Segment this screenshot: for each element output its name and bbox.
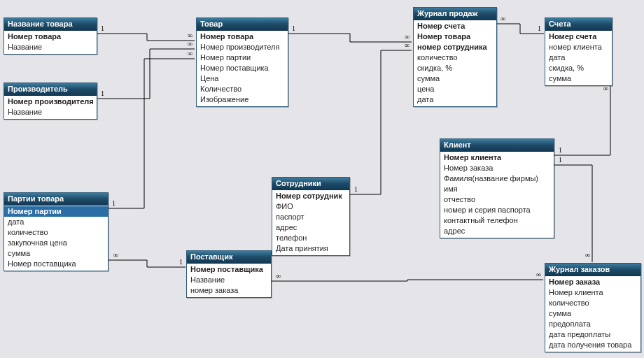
field-row[interactable]: Название: [4, 42, 97, 52]
field-row[interactable]: номер заказа: [187, 285, 271, 296]
svg-text:1: 1: [112, 199, 115, 207]
relation-product-sales_log: [288, 34, 412, 42]
relation-batches-product: [108, 59, 195, 208]
entity-title[interactable]: Журнал продаж: [414, 8, 496, 20]
field-row[interactable]: сумма: [4, 248, 108, 259]
field-row[interactable]: Фамиля(название фирмы): [440, 173, 554, 184]
field-row[interactable]: Название: [187, 275, 271, 285]
field-row[interactable]: сумма: [414, 73, 496, 84]
entity-supplier[interactable]: ПоставщикНомер поставщикаНазваниеномер з…: [186, 250, 272, 298]
field-row[interactable]: Количество: [197, 84, 288, 94]
field-row[interactable]: имя: [440, 184, 554, 194]
field-row[interactable]: цена: [414, 84, 496, 94]
svg-text:∞: ∞: [405, 41, 410, 49]
svg-text:1: 1: [101, 90, 104, 97]
entity-title[interactable]: Счета: [545, 18, 612, 31]
field-row[interactable]: количество: [4, 227, 108, 238]
entity-title[interactable]: Производитель: [4, 83, 97, 96]
field-row[interactable]: предоплата: [545, 319, 640, 329]
entity-body: Номер партиидатаколичествозакупочная цен…: [4, 206, 108, 271]
relation-product_name-product: [97, 34, 195, 41]
field-row[interactable]: дата предоплаты: [545, 329, 640, 340]
svg-text:∞: ∞: [188, 31, 192, 39]
field-row[interactable]: дата: [545, 52, 612, 63]
field-row[interactable]: дата: [4, 217, 108, 227]
svg-text:∞: ∞: [188, 50, 192, 57]
field-row[interactable]: Номер клиента: [545, 287, 640, 298]
field-row[interactable]: паспорт: [272, 212, 349, 222]
svg-text:1: 1: [292, 24, 295, 32]
field-row[interactable]: контактный телефон: [440, 215, 554, 226]
entity-title[interactable]: Сотрудники: [272, 178, 349, 190]
field-row[interactable]: телефон: [272, 233, 349, 243]
field-row[interactable]: скидка, %: [414, 63, 496, 73]
entity-title[interactable]: Поставщик: [187, 251, 271, 264]
field-row[interactable]: ФИО: [272, 201, 349, 212]
entity-product[interactable]: ТоварНомер товараНомер производителяНоме…: [196, 17, 288, 107]
field-row[interactable]: номер клиента: [545, 42, 612, 52]
field-row[interactable]: закупочная цена: [4, 238, 108, 248]
entity-body: Номер заказаНомер клиентаколичествосумма…: [545, 276, 640, 352]
entity-employees[interactable]: СотрудникиНомер сотрудникФИОпаспортадрес…: [272, 177, 350, 256]
relation-client-orders_log: [554, 165, 592, 262]
svg-text:∞: ∞: [585, 251, 590, 259]
entity-title[interactable]: Журнал заказов: [545, 264, 640, 276]
entity-body: Номер счетаНомер товараномер сотрудникак…: [414, 20, 496, 106]
field-row[interactable]: количество: [414, 52, 496, 63]
field-row[interactable]: адрес: [272, 222, 349, 233]
svg-text:1: 1: [101, 24, 104, 32]
field-row[interactable]: дата: [414, 94, 496, 105]
field-row[interactable]: Номер производителя: [197, 42, 288, 52]
entity-accounts[interactable]: СчетаНомер счетаномер клиентадатаскидка,…: [545, 17, 612, 86]
entity-sales_log[interactable]: Журнал продажНомер счетаНомер товараноме…: [413, 7, 497, 107]
field-row[interactable]: Номер товара: [4, 31, 97, 42]
field-row[interactable]: сумма: [545, 308, 640, 319]
entity-batches[interactable]: Партии товараНомер партиидатаколичествоз…: [4, 192, 108, 271]
field-row[interactable]: Номер сотрудник: [272, 191, 349, 201]
svg-text:1: 1: [354, 185, 358, 193]
field-row[interactable]: Номер производителя: [4, 96, 97, 107]
svg-text:∞: ∞: [405, 33, 410, 41]
field-row[interactable]: Номер поставщика: [4, 259, 108, 269]
entity-body: Номер товараНазвание: [4, 31, 97, 54]
field-row[interactable]: Номер партии: [197, 52, 288, 63]
entity-title[interactable]: Клиент: [440, 139, 554, 152]
field-row[interactable]: номер и серия паспорта: [440, 205, 554, 215]
field-row[interactable]: Номер товара: [414, 31, 496, 42]
field-row[interactable]: Номер поставщика: [197, 63, 288, 73]
field-row[interactable]: Название: [4, 107, 97, 117]
field-row[interactable]: дата получения товара: [545, 340, 640, 350]
field-row[interactable]: Номер товара: [197, 31, 288, 42]
relation-employees-sales_log: [349, 50, 412, 194]
entity-title[interactable]: Товар: [197, 18, 288, 31]
entity-body: Номер счетаномер клиентадатаскидка, %сум…: [545, 31, 612, 85]
entity-title[interactable]: Партии товара: [4, 193, 108, 206]
field-row[interactable]: Номер счета: [414, 21, 496, 31]
field-row[interactable]: Дата принятия: [272, 243, 349, 254]
field-row[interactable]: Номер клиента: [440, 152, 554, 163]
entity-body: Номер товараНомер производителяНомер пар…: [197, 31, 288, 106]
entity-product_name[interactable]: Название товараНомер товараНазвание: [4, 17, 97, 55]
field-row[interactable]: Номер заказа: [545, 277, 640, 287]
entity-body: Номер поставщикаНазваниеномер заказа: [187, 264, 271, 297]
field-row[interactable]: количество: [545, 298, 640, 308]
entity-title[interactable]: Название товара: [4, 18, 97, 31]
svg-text:∞: ∞: [500, 15, 505, 22]
field-row[interactable]: Номер поставщика: [187, 264, 271, 275]
field-row[interactable]: Номер партии: [4, 206, 108, 217]
field-row[interactable]: Номер заказа: [440, 163, 554, 173]
entity-manufacturer[interactable]: ПроизводительНомер производителяНазвание: [4, 83, 97, 120]
field-row[interactable]: Цена: [197, 73, 288, 84]
svg-text:∞: ∞: [276, 272, 281, 280]
field-row[interactable]: адрес: [440, 226, 554, 236]
field-row[interactable]: Номер счета: [545, 31, 612, 42]
field-row[interactable]: сумма: [545, 73, 612, 84]
field-row[interactable]: Изображение: [197, 94, 288, 105]
field-row[interactable]: скидка, %: [545, 63, 612, 73]
entity-client[interactable]: КлиентНомер клиентаНомер заказаФамиля(на…: [440, 138, 554, 238]
entity-body: Номер производителяНазвание: [4, 96, 97, 119]
entity-orders_log[interactable]: Журнал заказовНомер заказаНомер клиентак…: [545, 263, 641, 352]
svg-text:1: 1: [559, 156, 562, 164]
field-row[interactable]: номер сотрудника: [414, 42, 496, 52]
field-row[interactable]: отчество: [440, 194, 554, 205]
